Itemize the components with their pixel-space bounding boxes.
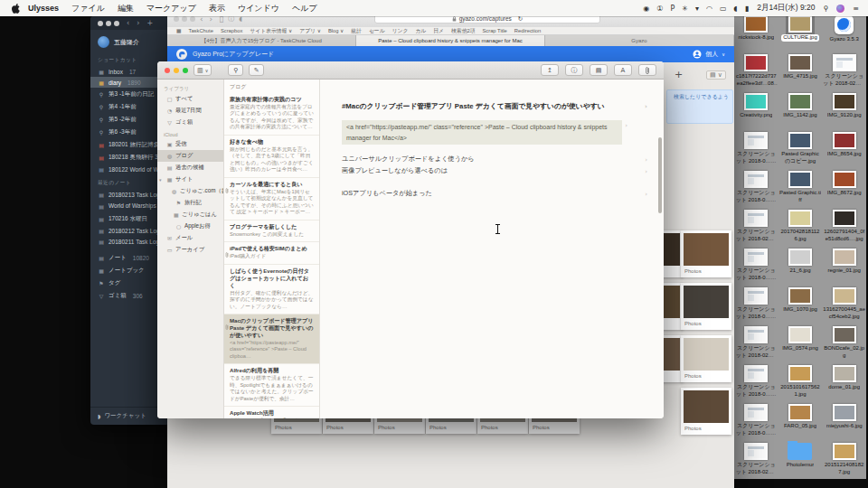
menubar-menu-item[interactable]: ヘルプ: [286, 3, 324, 14]
zoom-button[interactable]: [183, 68, 188, 73]
menubar-menu-item[interactable]: ファイル: [65, 3, 111, 14]
navigation-button[interactable]: ▤: [590, 64, 608, 76]
forward-icon[interactable]: ›: [137, 19, 139, 27]
bookmark-item[interactable]: 検索他2項: [451, 27, 475, 35]
library-item[interactable]: ▢すべて: [157, 93, 223, 105]
bookmark-item[interactable]: 日メ: [433, 27, 444, 35]
desktop-icon[interactable]: Gyazo 3.5.3: [822, 14, 866, 52]
library-item[interactable]: ✉メール: [157, 232, 223, 244]
browser-tab[interactable]: 【4分】音声入力で15分ブログ - TaskChute Cloud: [167, 35, 356, 46]
menubar-clock[interactable]: 2月14日(水) 9:20: [757, 3, 815, 14]
sheet-item[interactable]: iPadで使える格安SIMのまとめ iPad購入ガイド: [224, 242, 319, 264]
desktop-icon[interactable]: 20151214081827.jpg: [822, 441, 866, 480]
library-item[interactable]: ○Appleお得: [157, 221, 223, 232]
desktop-icon[interactable]: dome_01.jpg: [822, 363, 866, 402]
spotlight-icon[interactable]: ⚲: [823, 5, 828, 13]
library-item[interactable]: ▦ごりゅごはん: [157, 209, 223, 221]
library-item[interactable]: ▭アーカイブ: [157, 244, 223, 256]
layout-toggle-button[interactable]: ▥ ∨: [193, 64, 212, 76]
sheet-item[interactable]: ブログテーマを新しくした Snowmonkey この回変えました: [224, 221, 319, 242]
library-item[interactable]: ◔最近7日間: [157, 105, 223, 117]
library-item[interactable]: ▽ゴミ箱: [157, 117, 223, 128]
menubar-status-icon[interactable]: ▾: [695, 5, 699, 13]
library-item[interactable]: ▤過去の候補: [157, 162, 223, 174]
desktop-icon[interactable]: Pasted Graphicのコピー.jpg: [778, 130, 823, 169]
desktop-icon[interactable]: CULTURE.jpg: [778, 14, 823, 52]
statistics-button[interactable]: ⓘ: [565, 64, 583, 76]
desktop-icon[interactable]: スクリーンショット 2018-0…6_30.png: [734, 169, 778, 208]
sheet-item[interactable]: Alfredの利用を再開 できる限り標準で済ませたくて、一時、Spotlight…: [224, 364, 319, 407]
photo-card[interactable]: Photos: [681, 283, 731, 330]
menubar-app-name[interactable]: Ulysses: [22, 4, 65, 13]
menubar-status-icon[interactable]: P: [670, 5, 675, 13]
desktop-icon[interactable]: FARO_05.jpg: [778, 402, 823, 441]
close-button[interactable]: [165, 68, 170, 73]
sheet-item[interactable]: 好きな食べ物 娘が同じものだと基本元気を言う。（そして、息子も3歳にして「昨日と…: [224, 136, 319, 178]
menubar-status-icon[interactable]: ◠: [706, 5, 712, 13]
bookmark-item[interactable]: アプリ ∨: [299, 27, 321, 35]
editor-pane[interactable]: #Macのクリップボード管理アプリ Paste デカくて画面で見やすいのが使いや…: [320, 80, 664, 418]
menubar-menu-item[interactable]: マークアップ: [140, 3, 203, 14]
bookmark-item[interactable]: Scrap Title: [482, 28, 506, 33]
menubar-status-icon[interactable]: ▮: [745, 5, 749, 13]
menubar-status-icon[interactable]: ◉: [643, 5, 649, 13]
menubar-status-icon[interactable]: ✳: [682, 5, 688, 13]
menubar-menu-item[interactable]: ウインドウ: [231, 3, 286, 14]
bookmark-item[interactable]: サイト表示情報 ∨: [250, 27, 292, 35]
attachments-button[interactable]: [638, 64, 656, 76]
desktop-icon[interactable]: スクリーンショット 2018-0…3_34.png: [734, 286, 778, 324]
menubar-status-icon[interactable]: ▭: [720, 5, 727, 13]
bookmark-item[interactable]: TaskChute: [188, 28, 212, 33]
desktop-icon[interactable]: スクリーンショット 2018-0…コピー.jpg: [734, 247, 778, 286]
sheet-item[interactable]: Apple Watch活用 心拍はかる プレゼン、緊張する場面、健康診断 あー機…: [224, 407, 319, 418]
notification-center-icon[interactable]: ≡: [853, 5, 859, 13]
desktop-icon[interactable]: miejyushi-6.jpg: [822, 402, 866, 441]
disclosure-icon[interactable]: ▾: [159, 177, 164, 183]
desktop-icon[interactable]: IMG_9120.jpg: [822, 91, 866, 130]
bookmark-item[interactable]: リンク: [392, 27, 409, 35]
desktop-icon[interactable]: 13162700445_aecf54ceb2.jpg: [822, 286, 866, 324]
add-capture-button[interactable]: +: [675, 70, 683, 80]
desktop-icon[interactable]: 12602791404_0fe51d8cd6….jpg: [822, 208, 866, 247]
desktop-icon[interactable]: 21_6.jpg: [778, 247, 823, 286]
desktop-icon[interactable]: Photolemur: [778, 441, 823, 480]
typography-button[interactable]: A: [614, 64, 632, 76]
minimize-button[interactable]: [174, 68, 179, 73]
bookmark-item[interactable]: カル: [415, 27, 426, 35]
desktop-icon[interactable]: IMG_1070.jpg: [778, 286, 823, 324]
browser-tab[interactable]: Paste – Cloud clipboard history & snippe…: [356, 35, 545, 46]
desktop-icon[interactable]: Pasted Graphic.tiff: [778, 169, 823, 208]
desktop-icon[interactable]: nickstock-8.jpg: [734, 14, 778, 52]
desktop-icon[interactable]: スクリーンショット 2018-0…コピー.jpg: [734, 130, 778, 169]
desktop-icon[interactable]: スクリーンショット 2018-02…5.17.png: [822, 52, 866, 91]
sheet-item[interactable]: 家族共有家計簿の実践のコツ 最近家庭内での情報共有方法をブログにまとめるっていう…: [224, 93, 319, 136]
browser-tab[interactable]: Gyazo: [545, 35, 734, 46]
menubar-menu-item[interactable]: 編集: [111, 3, 140, 14]
desktop-icon[interactable]: スクリーンショット 2018-0…7_14.png: [734, 402, 778, 441]
desktop-icon[interactable]: 20170428181126.jpg: [778, 208, 823, 247]
bookmark-item[interactable]: Redirection: [514, 28, 541, 33]
bookmark-item[interactable]: 統計: [351, 27, 362, 35]
bookmark-item[interactable]: セール: [369, 27, 385, 35]
desktop-icon[interactable]: Creativity.png: [734, 91, 778, 130]
desktop-icon[interactable]: スクリーンショット 2018-02…34.png: [734, 324, 778, 363]
library-item[interactable]: ⚑旅行記: [157, 197, 223, 209]
menubar-status-icon[interactable]: ①: [656, 5, 663, 13]
share-button[interactable]: ↥: [541, 64, 559, 76]
desktop-icon[interactable]: IMG_8672.jpg: [822, 169, 866, 208]
window-controls[interactable]: [174, 16, 195, 22]
new-note-icon[interactable]: +: [146, 19, 153, 27]
desktop-icon[interactable]: IMG_4715.jpg: [778, 52, 823, 91]
desktop-icon[interactable]: スクリーンショット 2018-0…コピー.jpg: [734, 363, 778, 402]
apple-menu-icon[interactable]: [9, 4, 22, 14]
menubar-status-icon[interactable]: ◖: [734, 5, 738, 13]
photo-card[interactable]: Photos: [681, 388, 731, 435]
back-icon[interactable]: ‹: [127, 19, 129, 27]
desktop-icon[interactable]: スクリーンショット 2018-02…7_54.png: [734, 441, 778, 480]
window-controls[interactable]: [165, 68, 188, 73]
library-item[interactable]: ▣受信: [157, 138, 223, 150]
desktop-icon[interactable]: スクリーンショット 2018-02…30.png: [734, 208, 778, 247]
account-menu[interactable]: 個人 ∨: [693, 50, 725, 59]
sheet-item[interactable]: しばらく使うEvernoteの日付タグはショートカットに入れておく 日付タグ、確…: [224, 265, 319, 314]
window-controls[interactable]: [98, 21, 119, 26]
